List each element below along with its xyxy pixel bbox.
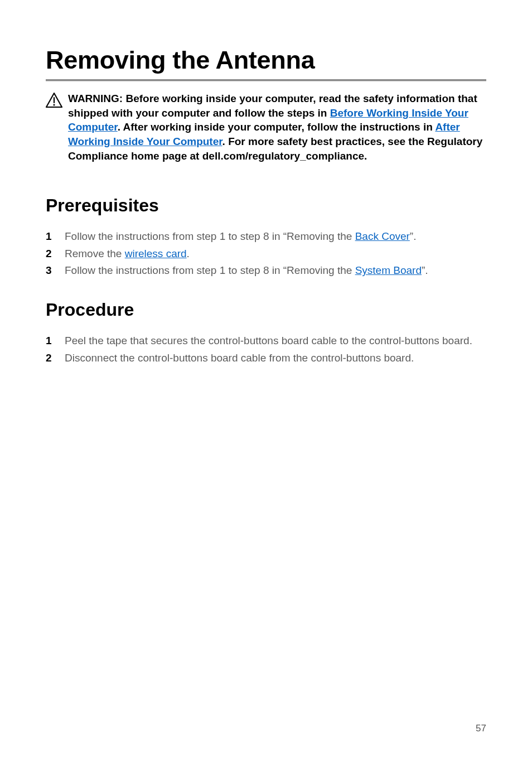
page: Removing the Antenna WARNING: Before wor… xyxy=(0,0,532,762)
step-text-b: ”. xyxy=(422,264,428,276)
procedure-list: 1 Peel the tape that secures the control… xyxy=(46,334,486,365)
step-body: Follow the instructions from step 1 to s… xyxy=(65,263,486,278)
step-number: 1 xyxy=(46,334,65,349)
step-body: Remove the wireless card. xyxy=(65,247,486,262)
step-body: Disconnect the control-buttons board cab… xyxy=(65,351,486,366)
step-number: 2 xyxy=(46,247,65,262)
step-body: Peel the tape that secures the control-b… xyxy=(65,334,486,349)
step-text-a: Follow the instructions from step 1 to s… xyxy=(65,264,355,276)
svg-point-1 xyxy=(53,104,55,105)
step-text-a: Follow the instructions from step 1 to s… xyxy=(65,230,355,242)
page-number: 57 xyxy=(476,723,486,734)
step-text-b: ”. xyxy=(410,230,417,242)
link-back-cover[interactable]: Back Cover xyxy=(355,230,410,242)
step-body: Follow the instructions from step 1 to s… xyxy=(65,229,486,244)
section-prerequisites-heading: Prerequisites xyxy=(46,195,486,216)
link-system-board[interactable]: System Board xyxy=(355,264,422,276)
list-item: 1 Peel the tape that secures the control… xyxy=(46,334,486,349)
step-number: 1 xyxy=(46,229,65,244)
list-item: 2 Disconnect the control-buttons board c… xyxy=(46,351,486,366)
title-rule xyxy=(46,79,486,81)
section-procedure-heading: Procedure xyxy=(46,300,486,320)
prerequisites-list: 1 Follow the instructions from step 1 to… xyxy=(46,229,486,278)
warning-text: WARNING: Before working inside your comp… xyxy=(68,91,486,163)
list-item: 3 Follow the instructions from step 1 to… xyxy=(46,263,486,278)
warning-icon xyxy=(46,93,68,110)
step-text-b: . xyxy=(187,248,190,259)
step-text-a: Remove the xyxy=(65,248,125,259)
step-number: 3 xyxy=(46,263,65,278)
page-title: Removing the Antenna xyxy=(46,46,486,75)
link-wireless-card[interactable]: wireless card xyxy=(125,248,187,259)
list-item: 1 Follow the instructions from step 1 to… xyxy=(46,229,486,244)
step-number: 2 xyxy=(46,351,65,366)
warning-text-part-b: . After working inside your computer, fo… xyxy=(118,121,436,133)
warning-block: WARNING: Before working inside your comp… xyxy=(46,91,486,163)
list-item: 2 Remove the wireless card. xyxy=(46,247,486,262)
